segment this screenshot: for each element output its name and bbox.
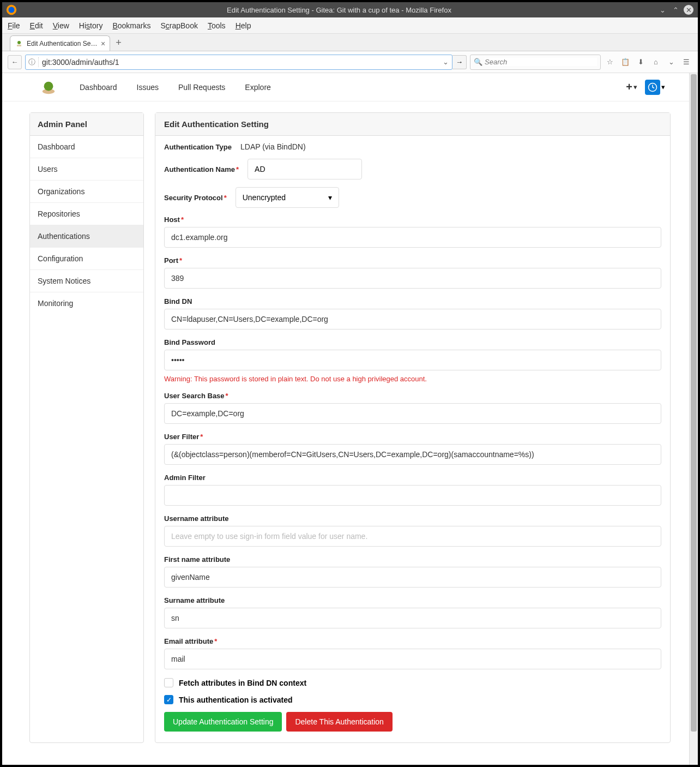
menu-help[interactable]: Help <box>236 21 251 30</box>
tabbar: Edit Authentication Sett... × + <box>2 34 698 51</box>
nav-dashboard[interactable]: Dashboard <box>70 83 127 92</box>
port-label: Port* <box>164 256 182 265</box>
nav-issues[interactable]: Issues <box>127 83 168 92</box>
pocket-icon[interactable]: ⌄ <box>665 56 677 68</box>
downloads-icon[interactable]: ⬇ <box>635 56 647 68</box>
menu-tools[interactable]: Tools <box>208 21 226 30</box>
svg-point-3 <box>17 41 21 44</box>
go-button[interactable]: → <box>452 55 467 69</box>
bind-dn-input[interactable] <box>164 309 661 329</box>
security-protocol-value: Unencrypted <box>243 193 286 202</box>
bind-password-warning: Warning: This password is stored in plai… <box>164 375 661 383</box>
svg-point-6 <box>44 81 53 91</box>
menubar: File Edit View History Bookmarks ScrapBo… <box>2 17 698 34</box>
window-title: Edit Authentication Setting - Gitea: Git… <box>21 6 657 14</box>
panel-title: Edit Authentication Setting <box>155 113 670 136</box>
auth-name-input[interactable] <box>248 159 362 179</box>
window-maximize-icon[interactable]: ⌃ <box>671 5 680 15</box>
back-button[interactable]: ← <box>8 55 22 69</box>
user-dropdown[interactable]: ▾ <box>645 80 665 95</box>
surname-attr-input[interactable] <box>164 608 661 628</box>
home-icon[interactable]: ⌂ <box>650 56 662 68</box>
caret-down-icon: ▾ <box>633 83 637 91</box>
firefox-icon <box>5 4 17 16</box>
tab-close-icon[interactable]: × <box>101 39 105 48</box>
caret-down-icon: ▾ <box>661 83 665 91</box>
sidebar-item-organizations[interactable]: Organizations <box>30 181 143 203</box>
search-box[interactable]: 🔍 <box>470 55 601 70</box>
user-filter-label: User Filter* <box>164 433 203 441</box>
admin-filter-label: Admin Filter <box>164 474 206 482</box>
url-field[interactable]: ⓘ ⌄ <box>25 55 452 70</box>
create-dropdown[interactable]: +▾ <box>626 81 637 93</box>
port-input[interactable] <box>164 268 661 289</box>
chevron-down-icon: ▾ <box>328 193 332 202</box>
bind-password-label: Bind Password <box>164 338 215 346</box>
url-dropdown-icon[interactable]: ⌄ <box>439 58 452 66</box>
tab-title: Edit Authentication Sett... <box>27 40 98 47</box>
svg-point-1 <box>9 7 15 13</box>
first-name-attr-label: First name attribute <box>164 555 230 564</box>
svg-rect-4 <box>17 45 21 46</box>
sidebar-item-repositories[interactable]: Repositories <box>30 203 143 225</box>
avatar <box>645 80 660 95</box>
sidebar-item-authentications[interactable]: Authentications <box>30 225 143 248</box>
sidebar-item-monitoring[interactable]: Monitoring <box>30 292 143 314</box>
window-close-icon[interactable]: ✕ <box>684 5 693 15</box>
delete-button[interactable]: Delete This Authentication <box>286 712 392 732</box>
user-search-base-label: User Search Base* <box>164 392 228 400</box>
gitea-navbar: Dashboard Issues Pull Requests Explore +… <box>2 73 698 101</box>
menu-view[interactable]: View <box>53 21 69 30</box>
activated-label: This authentication is activated <box>179 696 293 704</box>
fetch-bind-dn-checkbox[interactable] <box>164 678 173 687</box>
username-attr-label: Username attribute <box>164 514 228 523</box>
clipboard-icon[interactable]: 📋 <box>619 56 631 68</box>
security-protocol-dropdown[interactable]: Unencrypted ▾ <box>236 187 339 208</box>
bind-password-input[interactable] <box>164 350 661 370</box>
host-input[interactable] <box>164 227 661 248</box>
urlbar: ← ⓘ ⌄ → 🔍 ☆ 📋 ⬇ ⌂ ⌄ ☰ <box>2 51 698 73</box>
user-search-base-input[interactable] <box>164 403 661 424</box>
host-label: Host* <box>164 215 184 224</box>
window-minimize-icon[interactable]: ⌄ <box>657 5 667 15</box>
sidebar-item-configuration[interactable]: Configuration <box>30 248 143 270</box>
menu-history[interactable]: History <box>79 21 103 30</box>
site-info-icon[interactable]: ⓘ <box>26 57 39 67</box>
user-filter-input[interactable] <box>164 444 661 465</box>
surname-attr-label: Surname attribute <box>164 596 225 604</box>
menu-file[interactable]: File <box>8 21 20 30</box>
nav-explore[interactable]: Explore <box>235 83 280 92</box>
hamburger-menu-icon[interactable]: ☰ <box>680 56 692 68</box>
admin-sidebar: Admin Panel Dashboard Users Organization… <box>29 112 144 743</box>
username-attr-input[interactable] <box>164 526 661 547</box>
admin-filter-input[interactable] <box>164 485 661 506</box>
auth-name-label: Authentication Name* <box>164 165 239 173</box>
menu-bookmarks[interactable]: Bookmarks <box>112 21 150 30</box>
bookmark-star-icon[interactable]: ☆ <box>604 56 616 68</box>
new-tab-button[interactable]: + <box>116 37 122 51</box>
search-input[interactable] <box>485 58 597 66</box>
auth-type-label: Authentication Type <box>164 143 232 151</box>
window-titlebar: Edit Authentication Setting - Gitea: Git… <box>2 2 698 17</box>
edit-auth-panel: Edit Authentication Setting Authenticati… <box>155 112 671 743</box>
sidebar-item-system-notices[interactable]: System Notices <box>30 270 143 292</box>
security-protocol-label: Security Protocol* <box>164 194 227 202</box>
auth-type-value: LDAP (via BindDN) <box>240 142 306 151</box>
sidebar-header: Admin Panel <box>30 113 143 136</box>
email-attr-input[interactable] <box>164 649 661 669</box>
gitea-favicon-icon <box>15 39 23 48</box>
first-name-attr-input[interactable] <box>164 567 661 588</box>
menu-edit[interactable]: Edit <box>30 21 43 30</box>
fetch-bind-dn-label: Fetch attributes in Bind DN context <box>179 679 306 687</box>
nav-pull-requests[interactable]: Pull Requests <box>168 83 235 92</box>
menu-scrapbook[interactable]: ScrapBook <box>160 21 198 30</box>
gitea-logo-icon[interactable] <box>40 79 57 95</box>
update-button[interactable]: Update Authentication Setting <box>164 712 282 732</box>
sidebar-item-dashboard[interactable]: Dashboard <box>30 136 143 158</box>
vertical-scrollbar[interactable] <box>689 73 698 765</box>
activated-checkbox[interactable]: ✓ <box>164 695 173 704</box>
url-input[interactable] <box>39 58 439 67</box>
sidebar-item-users[interactable]: Users <box>30 158 143 181</box>
search-icon: 🔍 <box>474 58 482 66</box>
browser-tab[interactable]: Edit Authentication Sett... × <box>10 35 110 51</box>
